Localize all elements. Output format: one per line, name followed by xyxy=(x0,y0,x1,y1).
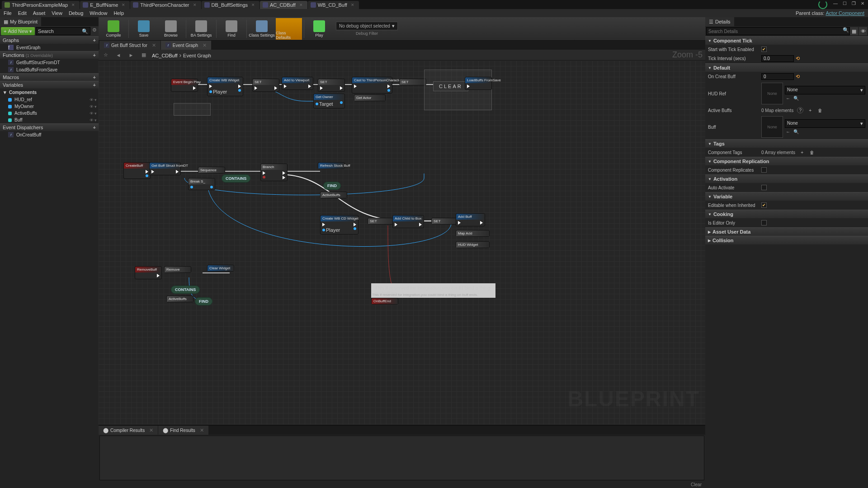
bp-node-event-createbuff[interactable]: CreateBuff xyxy=(123,162,151,179)
details-search-input[interactable] xyxy=(706,27,850,35)
asset-thumbnail[interactable]: None xyxy=(761,83,783,104)
help-icon[interactable]: ? xyxy=(797,107,803,113)
menu-edit[interactable]: Edit xyxy=(18,10,27,16)
event-graph-viewport[interactable]: BLUEPRINT Event Begin Play Create WB Wid… xyxy=(99,61,705,425)
category-tags[interactable]: ▼Tags xyxy=(705,139,868,148)
close-icon[interactable]: ✕ xyxy=(203,42,207,48)
item-getbuffstructfromdt[interactable]: fGetBuffStructFromDT xyxy=(0,59,99,66)
section-graphs[interactable]: Graphs+ xyxy=(0,36,99,44)
bp-node-contains2[interactable]: CONTAINS xyxy=(171,286,200,294)
variable-hud_ref[interactable]: HUD_ref👁▾ xyxy=(0,96,99,103)
bp-node-create-widget[interactable]: Create WB WidgetPlayer xyxy=(207,77,243,96)
add-element-icon[interactable]: + xyxy=(807,107,813,113)
checkbox[interactable] xyxy=(761,167,767,173)
toolbar-compile-button[interactable]: Compile xyxy=(100,18,127,40)
clear-icon[interactable]: 🗑 xyxy=(817,107,823,113)
toolbar-play-button[interactable]: Play xyxy=(306,18,332,40)
bp-node-extra2[interactable]: HUD Widget xyxy=(456,241,490,248)
bp-node-create2[interactable]: Create WB CD WidgetPlayer xyxy=(320,215,359,235)
bp-node-refresh[interactable]: Refresh Stock Buff xyxy=(318,162,345,169)
number-input[interactable]: 0.0 xyxy=(761,55,794,62)
menu-window[interactable]: Window xyxy=(90,10,107,16)
bp-node-set5[interactable]: SET xyxy=(431,218,458,225)
my-blueprint-tab[interactable]: ▦ My Blueprint xyxy=(0,17,41,26)
details-tab[interactable]: ☰ Details xyxy=(705,17,734,26)
bp-node-find2[interactable]: FIND xyxy=(195,297,212,305)
checkbox[interactable] xyxy=(761,185,767,190)
results-tab-compiler-results[interactable]: ⬤ Compiler Results ✕ xyxy=(99,426,158,435)
nav-back-button[interactable]: ◄ xyxy=(114,51,123,60)
menu-file[interactable]: File xyxy=(4,10,12,16)
checkbox[interactable] xyxy=(761,220,767,225)
plus-icon[interactable]: + xyxy=(93,75,96,80)
checkbox[interactable]: ✔ xyxy=(761,47,767,52)
bp-node-event-end[interactable]: OnBuffEnd xyxy=(371,298,398,305)
bp-node-extra1[interactable]: Map Add xyxy=(456,230,490,237)
bp-node-seq[interactable]: Sequence xyxy=(198,167,225,174)
category-component-tick[interactable]: ▼Component Tick xyxy=(705,36,868,45)
category-default[interactable]: ▼Default xyxy=(705,63,868,72)
revert-icon[interactable]: ⟲ xyxy=(796,74,800,80)
home-icon[interactable]: ▦ xyxy=(139,51,148,60)
toolbar-browse-button[interactable]: Browse xyxy=(158,18,184,40)
bp-node-set1[interactable]: SET xyxy=(252,79,279,92)
menu-asset[interactable]: Asset xyxy=(33,10,46,16)
plus-icon[interactable]: + xyxy=(93,52,96,58)
checkbox[interactable]: ✔ xyxy=(761,202,767,208)
bp-node-contains[interactable]: CONTAINS xyxy=(222,174,250,183)
close-icon[interactable]: ✕ xyxy=(149,427,153,433)
close-icon[interactable]: ✕ xyxy=(351,3,354,7)
top-tab-thirdpersonexamplemap[interactable]: ThirdPersonExampleMap✕ xyxy=(2,1,80,9)
var-category[interactable]: ▾Components xyxy=(0,89,99,96)
close-icon[interactable]: ✕ xyxy=(299,3,303,7)
clear-icon[interactable]: 🗑 xyxy=(809,149,815,155)
eye-icon[interactable]: 👁 xyxy=(90,118,94,122)
bp-node-getstruct[interactable]: Get Buff Struct fromDT xyxy=(149,162,181,175)
add-element-icon[interactable]: + xyxy=(799,149,805,155)
eye-icon[interactable]: 👁 xyxy=(90,111,94,116)
breadcrumb-path[interactable]: AC_CDBuff › Event Graph xyxy=(152,52,211,59)
category-collision[interactable]: ▶Collision xyxy=(705,236,868,244)
category-activation[interactable]: ▼Activation xyxy=(705,174,868,183)
category-component-replication[interactable]: ▼Component Replication xyxy=(705,157,868,165)
asset-combo[interactable]: None▾ xyxy=(785,86,865,94)
eye-icon[interactable]: 👁 xyxy=(90,98,94,102)
top-tab-wb_cd_buff[interactable]: WB_CD_Buff✕ xyxy=(308,1,359,9)
debug-object-combo[interactable]: No debug object selected ▾ xyxy=(336,22,398,30)
item-oncreatbuff[interactable]: fOnCreatBuff xyxy=(0,131,99,138)
results-clear-button[interactable]: Clear xyxy=(99,481,705,488)
bp-node-add[interactable]: Add Buff xyxy=(456,213,485,226)
bp-node-clearwidget[interactable]: Clear Widget xyxy=(207,265,234,272)
top-tab-ac_cdbuff[interactable]: AC_CDBuff✕ xyxy=(260,1,307,9)
bp-node-event-removebuff[interactable]: RemoveBuff xyxy=(135,266,162,279)
asset-combo[interactable]: None▾ xyxy=(785,119,865,128)
close-icon[interactable]: ✕ xyxy=(193,3,197,7)
bp-node-addviewport[interactable]: Add to Viewport xyxy=(282,77,313,90)
toolbar-find-button[interactable]: Find xyxy=(218,18,245,40)
variable-myowner[interactable]: MyOwner👁▾ xyxy=(0,103,99,110)
category-asset-user-data[interactable]: ▶Asset User Data xyxy=(705,227,868,236)
bp-node-set3[interactable]: SET xyxy=(399,79,426,85)
favorite-star-icon[interactable]: ☆ xyxy=(101,51,110,60)
close-icon[interactable]: ✕ xyxy=(122,3,125,7)
bp-node-clear[interactable]: CLEAR xyxy=(433,81,468,91)
section-event-dispatchers[interactable]: Event Dispatchers+ xyxy=(0,123,99,131)
item-loadbuffsfromsave[interactable]: fLoadBuffsFromSave xyxy=(0,66,99,73)
bp-node-break[interactable]: Break S_ xyxy=(188,178,215,190)
section-functions[interactable]: Functions (1 Overridable)+ xyxy=(0,51,99,59)
asset-thumbnail[interactable]: None xyxy=(761,116,783,138)
maximize2-button[interactable]: ❐ xyxy=(850,0,857,6)
bp-node-active[interactable]: ActiveBuffs xyxy=(320,192,347,198)
bp-node-remove[interactable]: Remove xyxy=(164,266,191,273)
menu-view[interactable]: View xyxy=(52,10,62,16)
bp-node-loadbuffs[interactable]: LoadBuffs FromSave xyxy=(465,77,492,90)
bp-node-set2[interactable]: SET xyxy=(318,79,345,92)
variable-buff[interactable]: Buff👁▾ xyxy=(0,117,99,123)
results-tab-find-results[interactable]: ⬤ Find Results ✕ xyxy=(158,426,208,435)
bp-node-addchild[interactable]: Add Child to Box xyxy=(392,215,424,228)
view-eye-button[interactable]: 👁 xyxy=(859,27,867,35)
revert-icon[interactable]: ⟲ xyxy=(796,56,800,61)
variable-activebuffs[interactable]: ActiveBuffs👁▾ xyxy=(0,110,99,117)
parent-class-link[interactable]: Actor Component xyxy=(826,10,864,16)
category-cooking[interactable]: ▼Cooking xyxy=(705,210,868,218)
